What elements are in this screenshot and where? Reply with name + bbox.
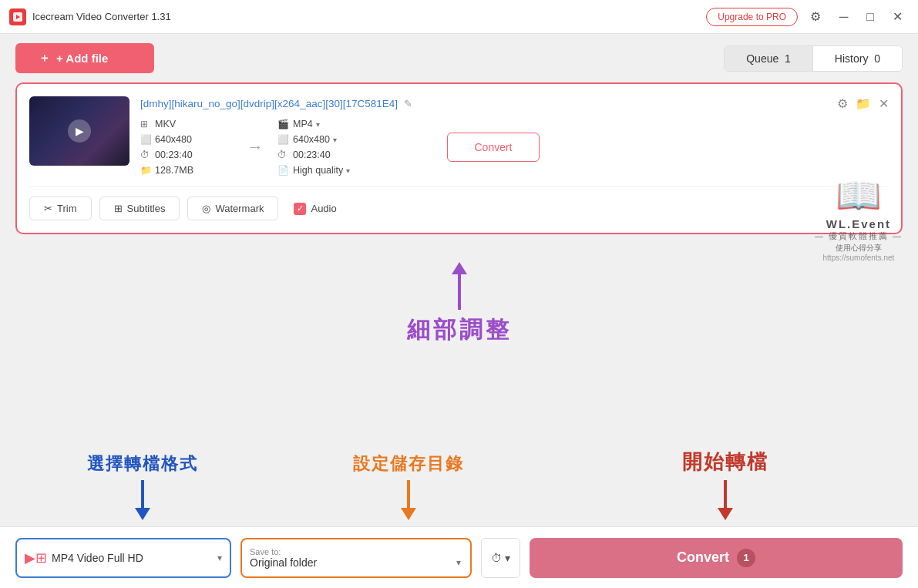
source-duration: 00:23:40 bbox=[155, 150, 193, 160]
output-format-value: MP4 bbox=[293, 119, 313, 129]
watermark-sub: 使用心得分享 bbox=[815, 242, 903, 254]
minimize-button[interactable]: ─ bbox=[833, 8, 854, 26]
audio-checkbox-item[interactable]: ✓ Audio bbox=[286, 197, 344, 220]
watermark-label: Watermark bbox=[215, 203, 264, 214]
main-convert-button[interactable]: Convert 1 bbox=[530, 538, 903, 578]
video-thumbnail[interactable]: ▶ bbox=[29, 96, 129, 166]
output-resolution-icon: ⬜ bbox=[277, 134, 288, 145]
output-format-dropdown[interactable]: MP4 ▾ bbox=[293, 119, 320, 129]
file-card-bottom: ✂ Trim ⊞ Subtitles ◎ Watermark ✓ Audio bbox=[29, 186, 889, 220]
history-tab-label: History bbox=[835, 52, 869, 65]
topbar: ＋ + Add file Queue 1 History 0 bbox=[0, 34, 918, 82]
history-tab[interactable]: History 0 bbox=[813, 46, 902, 71]
play-icon: ▶ bbox=[68, 119, 91, 143]
duration-icon: ⏱ bbox=[140, 150, 151, 160]
settings-icon-button[interactable]: ⚙ bbox=[804, 8, 827, 26]
titlebar-left: Icecream Video Converter 1.31 bbox=[9, 8, 171, 25]
bottom-bar: ▶⊞ MP4 Video Full HD ▾ Save to: Original… bbox=[0, 526, 918, 588]
audio-checkbox: ✓ bbox=[294, 203, 306, 215]
card-convert-button[interactable]: Convert bbox=[447, 133, 540, 162]
edit-filename-icon[interactable]: ✎ bbox=[404, 98, 412, 109]
schedule-icon: ⏱ bbox=[491, 552, 502, 564]
titlebar: Icecream Video Converter 1.31 Upgrade to… bbox=[0, 0, 918, 34]
output-format-icon: 🎬 bbox=[277, 119, 288, 129]
resolution-icon: ⬜ bbox=[140, 134, 151, 145]
file-info: [dmhy][hikaru_no_go][dvdrip][x264_aac][3… bbox=[140, 96, 889, 176]
format-select-group[interactable]: ▶⊞ MP4 Video Full HD ▾ bbox=[15, 538, 231, 578]
subtitles-icon: ⊞ bbox=[114, 203, 123, 214]
output-format-item: 🎬 MP4 ▾ bbox=[277, 119, 432, 129]
schedule-button[interactable]: ⏱ ▾ bbox=[481, 538, 520, 578]
file-name-row: [dmhy][hikaru_no_go][dvdrip][x264_aac][3… bbox=[140, 96, 889, 111]
conversion-arrow: → bbox=[233, 137, 277, 157]
format-icon: ⊞ bbox=[140, 119, 151, 129]
main-area: ＋ + Add file Queue 1 History 0 ▶ bbox=[0, 34, 918, 588]
add-file-icon: ＋ bbox=[39, 51, 50, 66]
format-select-chevron: ▾ bbox=[217, 553, 222, 563]
output-quality-value: High quality bbox=[293, 165, 343, 176]
remove-file-icon[interactable]: ✕ bbox=[879, 96, 889, 111]
queue-count: 1 bbox=[785, 52, 791, 65]
source-size-item: 📁 128.7MB bbox=[140, 165, 233, 176]
app-title: Icecream Video Converter 1.31 bbox=[32, 11, 171, 22]
output-resolution-value: 640x480 bbox=[293, 134, 330, 145]
trim-icon: ✂ bbox=[44, 203, 52, 214]
saveto-group[interactable]: Save to: Original folder ▾ bbox=[240, 538, 472, 578]
trim-button[interactable]: ✂ Trim bbox=[29, 197, 92, 220]
open-folder-icon[interactable]: 📁 bbox=[856, 96, 871, 111]
subtitles-button[interactable]: ⊞ Subtitles bbox=[99, 197, 180, 220]
queue-tab[interactable]: Queue 1 bbox=[725, 46, 813, 71]
upgrade-pro-button[interactable]: Upgrade to PRO bbox=[706, 8, 798, 26]
source-format-item: ⊞ MKV bbox=[140, 119, 233, 129]
card-top-icons: ⚙ 📁 ✕ bbox=[837, 96, 889, 111]
output-quality-chevron: ▾ bbox=[346, 166, 350, 175]
subtitles-label: Subtitles bbox=[127, 203, 166, 214]
queue-tab-label: Queue bbox=[746, 52, 778, 65]
size-icon: 📁 bbox=[140, 165, 151, 176]
saveto-value: Original folder bbox=[250, 556, 317, 569]
watermark-title: WL.Event bbox=[815, 217, 903, 230]
output-quality-item: 📄 High quality ▾ bbox=[277, 165, 432, 176]
saveto-value-row: Original folder ▾ bbox=[250, 556, 461, 569]
file-card: ▶ [dmhy][hikaru_no_go][dvdrip][x264_aac]… bbox=[15, 82, 903, 234]
output-meta: 🎬 MP4 ▾ ⬜ 640x480 ▾ bbox=[277, 119, 432, 176]
file-list-area: ▶ [dmhy][hikaru_no_go][dvdrip][x264_aac]… bbox=[0, 82, 918, 588]
thumbnail-image: ▶ bbox=[29, 96, 129, 166]
add-file-button[interactable]: ＋ + Add file bbox=[15, 43, 154, 73]
convert-button-label: Convert bbox=[677, 549, 729, 566]
output-resolution-dropdown[interactable]: 640x480 ▾ bbox=[293, 134, 337, 145]
file-meta-row: ⊞ MKV ⬜ 640x480 ⏱ 00:23:40 bbox=[140, 119, 889, 176]
source-resolution-item: ⬜ 640x480 bbox=[140, 134, 233, 145]
output-duration-item: ⏱ 00:23:40 bbox=[277, 150, 432, 160]
source-size: 128.7MB bbox=[155, 165, 193, 176]
tab-group: Queue 1 History 0 bbox=[724, 45, 903, 72]
watermark: 📖 WL.Event — 優質軟體推薦 — 使用心得分享 https://sum… bbox=[815, 177, 903, 262]
output-format-chevron: ▾ bbox=[316, 120, 320, 129]
saveto-label: Save to: bbox=[250, 547, 461, 556]
format-select-label: MP4 Video Full HD bbox=[52, 552, 213, 564]
format-video-icon: ▶⊞ bbox=[25, 549, 47, 566]
output-duration: 00:23:40 bbox=[293, 150, 331, 160]
source-resolution: 640x480 bbox=[155, 134, 192, 145]
watermark-dash: — 優質軟體推薦 — bbox=[815, 230, 903, 242]
watermark-url: https://sumofents.net bbox=[815, 254, 903, 262]
source-duration-item: ⏱ 00:23:40 bbox=[140, 150, 233, 160]
add-file-label: + Add file bbox=[56, 52, 108, 65]
output-resolution-chevron: ▾ bbox=[333, 136, 337, 144]
trim-label: Trim bbox=[57, 203, 77, 214]
file-settings-icon[interactable]: ⚙ bbox=[837, 96, 848, 111]
output-duration-icon: ⏱ bbox=[277, 150, 288, 160]
history-count: 0 bbox=[874, 52, 880, 65]
output-resolution-item: ⬜ 640x480 ▾ bbox=[277, 134, 432, 145]
schedule-chevron: ▾ bbox=[505, 552, 510, 564]
source-meta: ⊞ MKV ⬜ 640x480 ⏱ 00:23:40 bbox=[140, 119, 233, 176]
file-name: [dmhy][hikaru_no_go][dvdrip][x264_aac][3… bbox=[140, 98, 398, 109]
watermark-button[interactable]: ◎ Watermark bbox=[187, 197, 278, 220]
audio-label: Audio bbox=[311, 203, 336, 214]
close-button[interactable]: ✕ bbox=[886, 8, 909, 26]
watermark-icon: ◎ bbox=[202, 203, 210, 214]
output-quality-dropdown[interactable]: High quality ▾ bbox=[293, 165, 350, 176]
convert-count-badge: 1 bbox=[737, 549, 755, 567]
maximize-button[interactable]: □ bbox=[860, 8, 880, 26]
watermark-book-icon: 📖 bbox=[815, 177, 903, 214]
